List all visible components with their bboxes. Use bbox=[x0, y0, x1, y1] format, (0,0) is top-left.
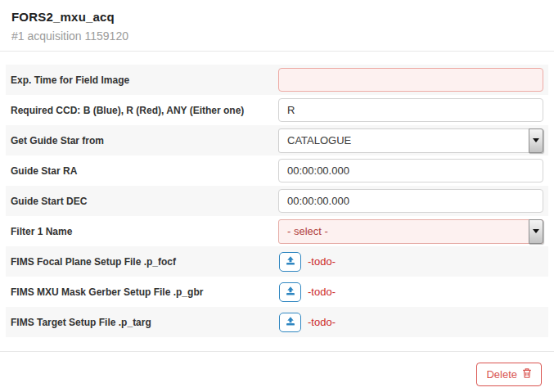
trash-icon bbox=[522, 367, 532, 381]
row-fims-mxu-mask: FIMS MXU Mask Gerber Setup File .p_gbr -… bbox=[6, 277, 548, 307]
guide-star-source-label: Get Guide Star from bbox=[6, 135, 278, 146]
guide-start-dec-input[interactable] bbox=[278, 189, 543, 213]
fims-target-upload-button[interactable] bbox=[279, 313, 301, 332]
filter1-name-label: Filter 1 Name bbox=[6, 226, 278, 237]
guide-star-ra-label: Guide Star RA bbox=[6, 165, 278, 177]
row-filter1-name: Filter 1 Name - select - bbox=[6, 216, 548, 246]
header-divider bbox=[0, 51, 554, 52]
panel-footer: Delete bbox=[0, 352, 554, 386]
page-title: FORS2_mxu_acq bbox=[11, 10, 543, 24]
fims-focal-plane-upload-button[interactable] bbox=[279, 252, 301, 272]
exp-time-input[interactable] bbox=[278, 68, 543, 92]
panel-header: FORS2_mxu_acq #1 acquisition 1159120 bbox=[0, 0, 554, 51]
upload-icon bbox=[285, 316, 296, 329]
acquisition-subtitle: #1 acquisition 1159120 bbox=[11, 29, 543, 43]
upload-icon bbox=[285, 286, 296, 299]
row-exp-time: Exp. Time for Field Image bbox=[6, 65, 548, 95]
fims-mxu-mask-status: -todo- bbox=[308, 286, 336, 298]
fims-target-status: -todo- bbox=[308, 316, 336, 328]
row-guide-star-source: Get Guide Star from CATALOGUE bbox=[6, 125, 548, 155]
row-guide-start-dec: Guide Start DEC bbox=[6, 186, 548, 216]
guide-start-dec-label: Guide Start DEC bbox=[6, 196, 278, 207]
chevron-down-icon[interactable] bbox=[529, 128, 543, 153]
required-ccd-input[interactable] bbox=[278, 98, 543, 122]
fims-target-label: FIMS Target Setup File .p_targ bbox=[6, 317, 278, 328]
filter1-name-selected-value: - select - bbox=[287, 225, 328, 237]
filter1-name-select[interactable]: - select - bbox=[278, 219, 543, 244]
row-required-ccd: Required CCD: B (Blue), R (Red), ANY (Ei… bbox=[6, 95, 548, 125]
exp-time-label: Exp. Time for Field Image bbox=[6, 74, 278, 86]
fims-focal-plane-status: -todo- bbox=[308, 255, 336, 268]
required-ccd-label: Required CCD: B (Blue), R (Red), ANY (Ei… bbox=[6, 105, 278, 116]
upload-icon bbox=[285, 255, 296, 268]
row-guide-star-ra: Guide Star RA bbox=[6, 155, 548, 186]
guide-star-source-select[interactable]: CATALOGUE bbox=[278, 128, 543, 153]
row-fims-focal-plane: FIMS Focal Plane Setup File .p_focf -tod… bbox=[6, 246, 548, 277]
fims-focal-plane-label: FIMS Focal Plane Setup File .p_focf bbox=[6, 256, 278, 268]
chevron-down-icon[interactable] bbox=[529, 219, 543, 244]
delete-button-label: Delete bbox=[486, 368, 517, 381]
delete-button[interactable]: Delete bbox=[476, 363, 542, 386]
row-fims-target: FIMS Target Setup File .p_targ -todo- bbox=[6, 307, 548, 337]
fims-mxu-mask-label: FIMS MXU Mask Gerber Setup File .p_gbr bbox=[6, 286, 278, 298]
fims-mxu-mask-upload-button[interactable] bbox=[279, 282, 301, 302]
guide-star-ra-input[interactable] bbox=[278, 159, 543, 182]
guide-star-source-selected-value: CATALOGUE bbox=[287, 134, 351, 146]
acquisition-form: Exp. Time for Field Image Required CCD: … bbox=[6, 65, 548, 337]
